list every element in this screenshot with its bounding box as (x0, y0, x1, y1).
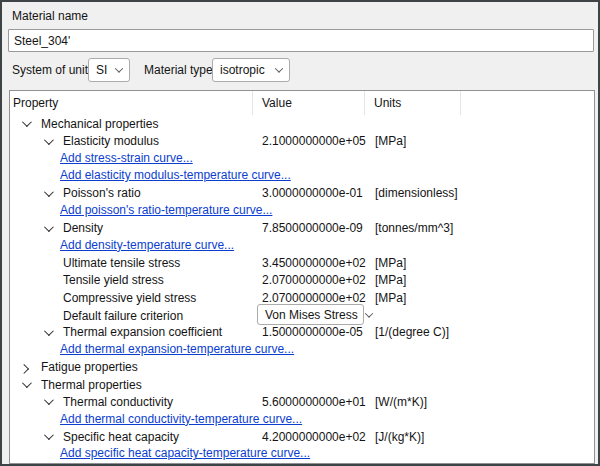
table-row[interactable]: Thermal conductivity5.6000000000e+01[W/(… (10, 393, 594, 410)
table-row[interactable]: Ultimate tensile stress3.4500000000e+02[… (10, 254, 594, 271)
material-name-input[interactable] (8, 29, 594, 52)
chevron-down-icon (275, 64, 283, 72)
table-row[interactable]: Add specific heat capacity-temperature c… (10, 445, 594, 462)
table-row[interactable]: Density7.8500000000e-09[tonnes/mm^3] (10, 219, 594, 236)
column-header-value[interactable]: Value (253, 91, 365, 115)
property-label: Thermal conductivity (63, 395, 173, 409)
add-curve-link[interactable]: Add specific heat capacity-temperature c… (60, 446, 310, 460)
column-header-blank (461, 91, 594, 115)
table-row[interactable]: Elasticity modulus2.1000000000e+05[MPa] (10, 132, 594, 149)
add-curve-link[interactable]: Add poisson's ratio-temperature curve... (60, 203, 272, 217)
property-value: 3.0000000000e-01 (253, 186, 365, 200)
material-name-label: Material name (12, 9, 88, 23)
chevron-down-icon[interactable] (17, 377, 33, 393)
table-row[interactable]: Fatigue properties (10, 358, 594, 375)
add-curve-link[interactable]: Add stress-strain curve... (60, 151, 193, 165)
chevron-down-icon[interactable] (39, 133, 55, 149)
table-row[interactable]: Mechanical properties (10, 115, 594, 132)
table-row[interactable]: Specific heat capacity4.2000000000e+02[J… (10, 428, 594, 445)
property-units: [1/(degree C)] (365, 325, 461, 339)
table-header: Property Value Units (10, 91, 594, 115)
chevron-right-icon[interactable] (17, 359, 33, 375)
table-row[interactable]: Add stress-strain curve... (10, 150, 594, 167)
property-label: Compressive yield stress (63, 291, 196, 305)
expander-spacer (39, 255, 55, 271)
table-row[interactable]: Default failure criterionVon Mises Stres… (10, 306, 594, 323)
table-row[interactable]: Poisson's ratio3.0000000000e-01[dimensio… (10, 185, 594, 202)
property-label: Poisson's ratio (63, 186, 141, 200)
material-type-value: isotropic (220, 63, 265, 77)
property-units: [W/(m*K)] (365, 395, 461, 409)
table-row[interactable]: Add thermal conductivity-temperature cur… (10, 411, 594, 428)
add-curve-link[interactable]: Add density-temperature curve... (60, 238, 234, 252)
property-label: Tensile yield stress (63, 273, 164, 287)
add-curve-link[interactable]: Add thermal conductivity-temperature cur… (60, 412, 302, 426)
system-of-units-select[interactable]: SI (88, 58, 130, 82)
property-units: [MPa] (365, 134, 461, 148)
add-curve-link[interactable]: Add elasticity modulus-temperature curve… (60, 168, 291, 182)
chevron-down-icon[interactable] (39, 324, 55, 340)
property-value: 4.2000000000e+02 (253, 430, 365, 444)
property-label: Fatigue properties (41, 360, 138, 374)
failure-criterion-select[interactable]: Von Mises Stress (257, 304, 364, 325)
property-label: Density (63, 221, 103, 235)
property-units: [dimensionless] (365, 186, 461, 200)
property-value: 5.6000000000e+01 (253, 395, 365, 409)
column-header-units[interactable]: Units (365, 91, 461, 115)
table-row[interactable]: Add thermal expansion-temperature curve.… (10, 341, 594, 358)
add-curve-link[interactable]: Add thermal expansion-temperature curve.… (60, 342, 294, 356)
chevron-down-icon[interactable] (39, 220, 55, 236)
property-units: [MPa] (365, 256, 461, 270)
table-row[interactable]: Add elasticity modulus-temperature curve… (10, 167, 594, 184)
material-editor-window: Material name System of units SI Materia… (0, 0, 600, 466)
property-units: [tonnes/mm^3] (365, 221, 461, 235)
material-type-label: Material type (144, 58, 213, 82)
property-value: 2.0700000000e+02 (253, 291, 365, 305)
property-units: [J/(kg*K)] (365, 430, 461, 444)
failure-criterion-value: Von Mises Stress (265, 308, 358, 322)
table-row[interactable]: Add poisson's ratio-temperature curve... (10, 202, 594, 219)
property-units: [MPa] (365, 273, 461, 287)
property-value: 2.0700000000e+02 (253, 273, 365, 287)
system-of-units-label: System of units (12, 58, 94, 82)
expander-spacer (39, 272, 55, 288)
property-units: [MPa] (365, 291, 461, 305)
table-row[interactable]: Tensile yield stress2.0700000000e+02[MPa… (10, 272, 594, 289)
property-label: Elasticity modulus (63, 134, 159, 148)
property-label: Ultimate tensile stress (63, 256, 180, 270)
property-value: 3.4500000000e+02 (253, 256, 365, 270)
property-label: Thermal expansion coefficient (63, 325, 222, 339)
property-label: Default failure criterion (63, 309, 183, 323)
material-type-select[interactable]: isotropic (212, 58, 290, 82)
chevron-down-icon[interactable] (39, 429, 55, 445)
table-row[interactable]: Add density-temperature curve... (10, 237, 594, 254)
chevron-down-icon[interactable] (39, 394, 55, 410)
properties-table: Property Value Units Mechanical properti… (9, 90, 595, 464)
table-row[interactable]: Thermal properties (10, 376, 594, 393)
property-label: Specific heat capacity (63, 430, 179, 444)
expander-spacer (39, 290, 55, 306)
chevron-down-icon[interactable] (39, 185, 55, 201)
system-of-units-value: SI (96, 63, 107, 77)
table-body: Mechanical propertiesElasticity modulus2… (10, 115, 594, 463)
expander-spacer (39, 308, 55, 324)
property-value: 7.8500000000e-09 (253, 221, 365, 235)
chevron-down-icon (364, 309, 372, 317)
column-header-property[interactable]: Property (10, 91, 253, 115)
chevron-down-icon (115, 64, 123, 72)
table-row[interactable]: Thermal expansion coefficient1.500000000… (10, 324, 594, 341)
property-label: Mechanical properties (41, 117, 158, 131)
chevron-down-icon[interactable] (17, 116, 33, 132)
property-value: 2.1000000000e+05 (253, 134, 365, 148)
property-value: 1.5000000000e-05 (253, 325, 365, 339)
property-label: Thermal properties (41, 378, 142, 392)
